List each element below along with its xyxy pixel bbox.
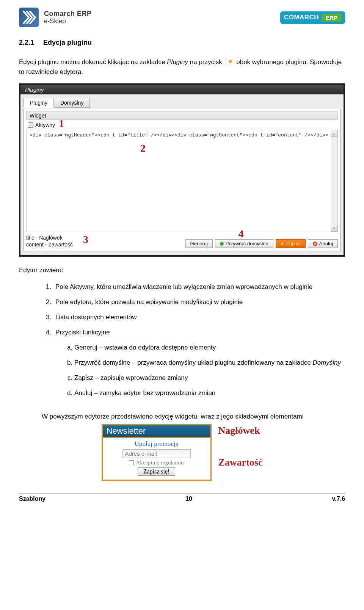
sub-item-a: Generuj – wstawia do edytora dostępne el… [74, 340, 345, 355]
aktywny-row: ✓ Aktywny 1 [26, 121, 338, 129]
footer-center: 10 [185, 496, 192, 502]
legend-line-1: title - Nagłówek [26, 234, 73, 241]
list-item-4-text: Przyciski funkcyjne [55, 329, 110, 336]
sub-b-pre: Przywróć domyślne – przywraca domyślny u… [74, 359, 312, 366]
intro-paragraph: Edycji pluginu można dokonać klikając na… [19, 57, 345, 77]
list-item-1: Pole Aktywny, które umożliwia włączenie … [53, 279, 345, 295]
tab-pluginy[interactable]: Pluginy [24, 98, 54, 108]
widget-chk-row: Akceptuję regulamin [103, 459, 210, 466]
button-row: 4 Generuj Przywróć domyślne ✔Zapisz ✕Anu… [185, 239, 338, 248]
code-text: <div class="wgtHeader"><cdn_t id="title"… [30, 132, 328, 138]
sub-b-em: Domyślny [312, 359, 341, 366]
list-intro: Edytor zawiera: [19, 267, 345, 274]
section-number: 2.2.1 [19, 39, 34, 47]
sub-item-d: Anuluj – zamyka edytor bez wprowadzania … [74, 386, 345, 401]
scroll-down-icon[interactable]: ▾ [331, 225, 337, 232]
zapisz-button[interactable]: ✔Zapisz [276, 239, 306, 248]
zapisz-label: Zapisz [286, 241, 301, 246]
list-item-4: Przyciski funkcyjne Generuj – wstawia do… [53, 325, 345, 405]
list-item-3: Lista dostępnych elementów [53, 310, 345, 325]
widget-header: Newsletter [102, 424, 212, 438]
editor-body: Pluginy Domyślny Widget ✓ Aktywny 1 <div… [20, 94, 344, 255]
widget-email-input[interactable] [122, 449, 191, 458]
footer-left: Szablony [19, 496, 46, 502]
widget-content: Upoluj promocję Akceptuję regulamin Zapi… [102, 438, 212, 481]
section-heading: 2.2.1 Edycja pluginu [19, 39, 345, 47]
page-footer: Szablony 10 v.7.6 [19, 494, 345, 502]
widget-submit-button[interactable]: Zapisz się! [138, 467, 176, 476]
logo-text: Comarch ERP e-Sklep [44, 10, 92, 25]
editor-screenshot: Pluginy Pluginy Domyślny Widget ✓ Aktywn… [19, 83, 345, 257]
intro-text-1: Edycji pluginu można dokonać klikając na… [19, 58, 167, 66]
cancel-dot-icon: ✕ [313, 241, 317, 246]
sub-item-c: Zapisz – zapisuje wprowadzone zmiany [74, 370, 345, 386]
intro-text-2: na przycisk [188, 58, 224, 66]
main-list: Pole Aktywny, które umożliwia włączenie … [19, 279, 345, 405]
widget-line1: Upoluj promocję [103, 440, 210, 448]
badge-right: COMARCH ERP [280, 11, 345, 24]
widget-box: Newsletter Upoluj promocję Akceptuję reg… [102, 424, 212, 481]
doc-header: Comarch ERP e-Sklep COMARCH ERP [19, 8, 345, 27]
anuluj-button[interactable]: ✕Anuluj [308, 239, 338, 248]
intro-pluginy-word: Pluginy [167, 58, 188, 66]
side-label-content: Zawartość [218, 457, 263, 468]
annotation-3: 3 [83, 233, 88, 246]
widget-checkbox[interactable] [129, 460, 134, 465]
badge-main-text: COMARCH [284, 14, 319, 21]
footer-right: v.7.6 [332, 496, 345, 502]
sub-list: Generuj – wstawia do edytora dostępne el… [55, 340, 345, 401]
przywroc-label: Przywróć domyślne [226, 241, 268, 246]
aktywny-checkbox[interactable]: ✓ [28, 122, 33, 128]
widget-preview: Newsletter Upoluj promocję Akceptuję reg… [19, 424, 345, 481]
logo-left: Comarch ERP e-Sklep [19, 8, 92, 27]
widget-chk-label: Akceptuję regulamin [136, 459, 184, 466]
logo-sub-text: e-Sklep [44, 18, 92, 25]
check-icon: ✔ [281, 241, 284, 246]
tab-domyslny[interactable]: Domyślny [54, 98, 90, 108]
annotation-2: 2 [140, 142, 146, 154]
summary-text: W powyższym edytorze przedstawiono edycj… [42, 413, 345, 420]
generuj-button[interactable]: Generuj [185, 239, 213, 248]
tabs-row: Pluginy Domyślny [24, 97, 340, 107]
section-title: Edycja pluginu [43, 39, 92, 47]
sub-item-b: Przywróć domyślne – przywraca domyślny u… [74, 355, 345, 370]
fieldset-label: Widget [26, 111, 338, 120]
editor-footer-row: title - Nagłówek content - Zawartość 3 4… [26, 234, 338, 248]
przywroc-button[interactable]: Przywróć domyślne [215, 239, 273, 248]
list-item-2: Pole edytora, które pozwala na wpisywani… [53, 295, 345, 310]
restore-dot-icon [220, 242, 224, 246]
annotation-1: 1 [59, 118, 64, 130]
generuj-label: Generuj [190, 241, 208, 246]
annotation-4: 4 [238, 228, 244, 240]
side-labels: Nagłówek Zawartość [218, 424, 263, 468]
logo-main-text: Comarch ERP [44, 10, 92, 18]
side-label-header: Nagłówek [218, 425, 263, 436]
edit-icon [226, 59, 233, 66]
scroll-up-icon[interactable]: ▴ [331, 130, 337, 137]
editor-panel: Widget ✓ Aktywny 1 <div class="wgtHeader… [24, 109, 340, 251]
comarch-logo-icon [19, 8, 39, 27]
anuluj-label: Anuluj [319, 241, 333, 246]
legend-line-2: content - Zawartość [26, 241, 73, 248]
code-editor[interactable]: <div class="wgtHeader"><cdn_t id="title"… [26, 130, 338, 232]
editor-window-title: Pluginy [20, 85, 344, 94]
badge-erp-text: ERP [322, 14, 341, 22]
aktywny-label: Aktywny [35, 122, 55, 128]
footer-legend: title - Nagłówek content - Zawartość 3 [26, 234, 73, 248]
scrollbar[interactable]: ▴ ▾ [331, 130, 337, 232]
